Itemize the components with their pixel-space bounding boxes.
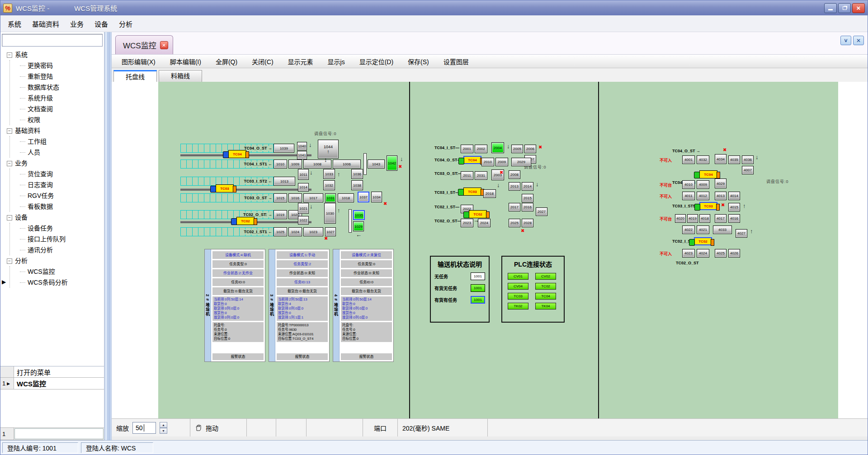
conveyor-box[interactable]: 4021 <box>697 225 709 234</box>
conveyor-box[interactable]: 1025 <box>274 227 287 236</box>
tree-child-item[interactable]: 看板数据 <box>20 201 104 212</box>
conveyor-box[interactable]: 2002 <box>475 145 487 153</box>
conveyor-box[interactable]: 4020 <box>675 214 686 223</box>
tab-list-button[interactable]: ˅ <box>840 36 851 45</box>
conveyor-box[interactable]: 4035 <box>728 155 740 164</box>
conveyor-box[interactable]: 1019 <box>274 210 287 219</box>
conveyor-box[interactable]: 4012 <box>697 192 709 200</box>
menu-item[interactable]: 基础资料 <box>28 17 64 30</box>
conveyor-box[interactable]: 4017 <box>715 214 726 223</box>
conveyor-box[interactable]: 2027 <box>536 207 547 216</box>
conveyor-box[interactable]: 1022 <box>298 216 309 225</box>
tree-child-item[interactable]: 权限 <box>20 114 104 125</box>
conveyor-box[interactable]: 1044↑ <box>318 140 339 159</box>
conveyor-box[interactable]: 2016 <box>522 203 533 211</box>
toolbar-item[interactable]: 脚本编辑(I) <box>165 56 207 67</box>
conveyor-box[interactable]: 1030 <box>324 203 336 224</box>
open-menu-footer-cell[interactable] <box>14 428 104 439</box>
conveyor-box[interactable]: 1032 <box>323 180 335 190</box>
conveyor-box[interactable]: 2013 <box>509 182 520 191</box>
conveyor-box[interactable]: 1033 <box>323 169 335 179</box>
tree-root-item[interactable]: −设备 <box>7 212 104 223</box>
tree-child-item[interactable]: 日志查询 <box>20 179 104 190</box>
conveyor-box[interactable]: 4032 <box>697 155 709 164</box>
conveyor-box[interactable]: 4034 <box>715 154 726 164</box>
zoom-decrement-button[interactable]: ▼ <box>160 428 167 434</box>
rgv-shuttle[interactable]: TC04 <box>228 150 246 158</box>
minimize-button[interactable] <box>824 3 837 13</box>
toolbar-item[interactable]: 图形编辑(X) <box>116 56 161 67</box>
conveyor-box[interactable]: 4014 <box>728 192 740 200</box>
conveyor-box[interactable]: 1036 <box>351 169 363 179</box>
conveyor-box[interactable]: 1011 <box>298 169 309 180</box>
conveyor-box[interactable]: 4019 <box>687 214 698 223</box>
toolbar-item[interactable]: 显示定位(D) <box>354 56 399 67</box>
conveyor-box[interactable]: 1038 <box>351 180 363 190</box>
conveyor-box[interactable]: 4011 <box>682 192 695 200</box>
menu-item[interactable]: 设备 <box>90 17 113 30</box>
tree-child-item[interactable]: 通讯分析 <box>20 244 104 255</box>
conveyor-box[interactable]: 1024 <box>288 227 302 236</box>
conveyor-box[interactable]: 4007 <box>742 166 754 174</box>
tree-root-item[interactable]: −基础资料 <box>7 125 104 136</box>
conveyor-box[interactable]: 2004 <box>491 142 504 153</box>
conveyor-box[interactable]: 4010 <box>682 180 695 189</box>
conveyor-box[interactable]: 1042 <box>387 155 397 171</box>
rgv-shuttle[interactable]: TC04 <box>463 156 481 164</box>
tree-expander-icon[interactable]: − <box>7 161 12 166</box>
drag-tool-button[interactable]: 拖动 <box>190 419 247 436</box>
conveyor-box[interactable]: 2011 <box>461 171 473 180</box>
rgv-shuttle[interactable]: TC02 <box>694 237 712 245</box>
conveyor-box[interactable]: 1010 <box>274 159 287 169</box>
conveyor-box[interactable]: 1029 <box>353 221 364 231</box>
conveyor-box[interactable]: 1014 <box>298 183 309 192</box>
tab-close-icon[interactable]: ✕ <box>160 41 168 49</box>
tree-child-item[interactable]: 人员 <box>20 147 104 158</box>
rgv-shuttle[interactable]: TC03 <box>699 202 717 210</box>
conveyor-box[interactable]: 1023 <box>303 227 323 236</box>
tree-root-item[interactable]: −系统 <box>7 49 104 60</box>
tab-wcs-monitor[interactable]: WCS监控 ✕ <box>115 35 173 54</box>
conveyor-box[interactable]: 1006 <box>333 159 361 169</box>
conveyor-box[interactable]: 2018 <box>483 189 496 198</box>
conveyor-box[interactable]: 4023 <box>682 249 695 258</box>
conveyor-box[interactable]: 2010 <box>481 158 494 166</box>
conveyor-box[interactable]: 2006 <box>524 145 536 153</box>
zoom-increment-button[interactable]: ▲ <box>160 422 167 428</box>
conveyor-box[interactable]: 4018 <box>699 214 710 223</box>
conveyor-box[interactable]: 4001 <box>682 155 695 164</box>
tree-child-item[interactable]: WCS监控 <box>20 266 104 277</box>
menu-item[interactable]: 分析 <box>114 17 137 30</box>
conveyor-box[interactable]: 4025 <box>715 249 726 258</box>
toolbar-item[interactable]: 设置图层 <box>438 56 474 67</box>
conveyor-box[interactable]: 2015 <box>522 194 533 202</box>
tree-child-item[interactable]: 设备任务 <box>20 223 104 234</box>
conveyor-box[interactable]: 4029 <box>715 178 726 188</box>
conveyor-box[interactable]: 2005 <box>511 145 523 153</box>
tree-child-item[interactable]: 重新登陆 <box>20 71 104 82</box>
conveyor-box[interactable]: 2029 <box>511 158 531 166</box>
conveyor-box[interactable]: 1016 <box>288 193 302 202</box>
zoom-input[interactable]: 50 <box>132 422 156 434</box>
conveyor-box[interactable]: 1018 <box>338 193 354 202</box>
subtab-pallet-line[interactable]: 托盘线 <box>113 70 157 82</box>
conveyor-box[interactable]: 2031 <box>475 171 487 180</box>
conveyor-box[interactable]: 2028 <box>522 219 533 227</box>
tree-child-item[interactable]: RGV任务 <box>20 190 104 201</box>
conveyor-box[interactable]: 4036 <box>742 155 754 164</box>
toolbar-item[interactable]: 保存(S) <box>402 56 434 67</box>
tree-child-item[interactable]: 文档查阅 <box>20 103 104 114</box>
conveyor-box[interactable]: 1008 <box>303 159 331 169</box>
restore-button[interactable] <box>838 3 851 13</box>
conveyor-box[interactable]: 1021 <box>298 203 309 214</box>
toolbar-item[interactable]: 显示元素 <box>283 56 319 67</box>
conveyor-box[interactable]: 4013 <box>715 192 726 200</box>
tree-child-item[interactable]: 数据库状态 <box>20 82 104 93</box>
conveyor-box[interactable]: 4015 <box>728 203 740 211</box>
tree-expander-icon[interactable]: − <box>7 258 12 264</box>
tree-expander-icon[interactable]: − <box>7 215 12 220</box>
tree-expander-icon[interactable]: − <box>7 128 12 134</box>
conveyor-box[interactable]: 4033 <box>713 225 732 234</box>
tree-root-item[interactable]: −业务 <box>7 158 104 169</box>
tree-child-item[interactable]: 更换密码 <box>20 60 104 71</box>
